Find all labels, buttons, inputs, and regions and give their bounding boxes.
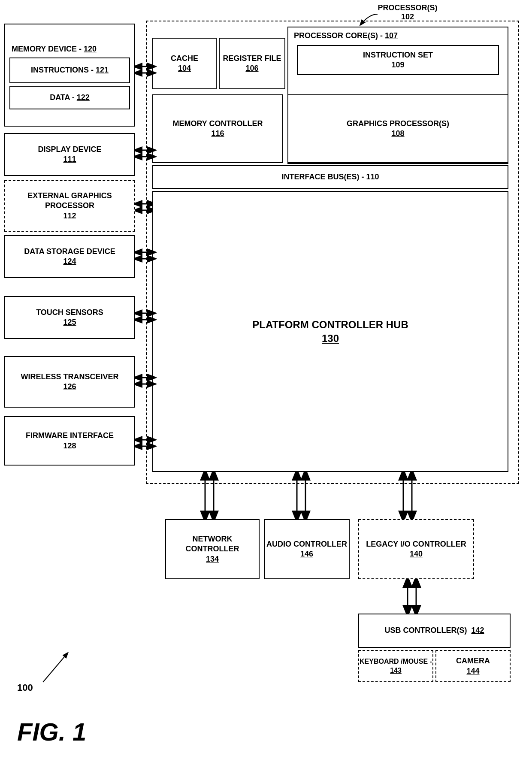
- audio-controller-box: AUDIO CONTROLLER 146: [264, 519, 350, 579]
- arrow-datastorage-pch: [135, 244, 157, 269]
- instruction-set-label: INSTRUCTION SET 109: [363, 50, 433, 70]
- fig-label: FIG. 1: [17, 717, 86, 746]
- data-box: DATA - 122: [9, 86, 130, 109]
- instruction-set-box: INSTRUCTION SET 109: [297, 45, 499, 75]
- memory-device-box: MEMORY DEVICE - 120 INSTRUCTIONS - 121 D…: [4, 24, 135, 127]
- arrow-pch-network: [196, 472, 227, 519]
- instructions-box: INSTRUCTIONS - 121: [9, 57, 130, 83]
- register-file-label: REGISTER FILE 106: [223, 54, 281, 74]
- interface-bus-box: INTERFACE BUS(ES) - 110: [152, 165, 508, 189]
- platform-controller-box: PLATFORM CONTROLLER HUB 130: [152, 191, 508, 472]
- wireless-transceiver-label: WIRELESS TRANSCEIVER 126: [21, 372, 118, 392]
- data-label: DATA - 122: [50, 93, 90, 103]
- register-file-box: REGISTER FILE 106: [219, 38, 285, 89]
- memory-device-label: MEMORY DEVICE - 120: [9, 44, 130, 54]
- instructions-label: INSTRUCTIONS - 121: [31, 65, 109, 75]
- figure-number: 100: [17, 682, 33, 693]
- audio-controller-label: AUDIO CONTROLLER 146: [266, 539, 347, 559]
- touch-sensors-box: TOUCH SENSORS 125: [4, 296, 135, 339]
- arrow-pch-audio: [288, 472, 318, 519]
- arrow-memory-mc: [135, 60, 157, 82]
- data-storage-label: DATA STORAGE DEVICE 124: [24, 247, 115, 267]
- firmware-interface-box: FIRMWARE INTERFACE 128: [4, 416, 135, 466]
- display-device-box: DISPLAY DEVICE 111: [4, 133, 135, 176]
- keyboard-mouse-label: KEYBOARD /MOUSE - 143: [359, 657, 432, 675]
- graphics-processor-box: GRAPHICS PROCESSOR(S) 108: [287, 94, 508, 163]
- keyboard-mouse-box: KEYBOARD /MOUSE - 143: [358, 650, 433, 682]
- usb-controller-box: USB CONTROLLER(S) 142: [358, 614, 511, 648]
- wireless-transceiver-box: WIRELESS TRANSCEIVER 126: [4, 356, 135, 408]
- network-controller-box: NETWORK CONTROLLER 134: [165, 519, 260, 579]
- arrow-legacy-usb: [399, 579, 429, 614]
- legacy-io-label: LEGACY I/O CONTROLLER 140: [366, 539, 466, 559]
- camera-box: CAMERA 144: [435, 650, 511, 682]
- arrow-touch-pch: [135, 305, 157, 330]
- display-device-label: DISPLAY DEVICE 111: [38, 145, 101, 165]
- graphics-processor-label: GRAPHICS PROCESSOR(S) 108: [347, 119, 449, 139]
- arrow-wireless-pch: [135, 367, 157, 397]
- legacy-io-box: LEGACY I/O CONTROLLER 140: [358, 519, 474, 579]
- external-graphics-label: EXTERNAL GRAPHICS PROCESSOR 112: [5, 191, 134, 221]
- touch-sensors-label: TOUCH SENSORS 125: [36, 308, 103, 328]
- network-controller-label: NETWORK CONTROLLER 134: [166, 534, 259, 564]
- camera-label: CAMERA 144: [456, 656, 490, 676]
- arrow-display-mc: [135, 142, 157, 167]
- processor-core-label: PROCESSOR CORE(S) - 107: [292, 31, 504, 41]
- interface-bus-label: INTERFACE BUS(ES) - 110: [281, 172, 379, 182]
- firmware-interface-label: FIRMWARE INTERFACE 128: [26, 431, 114, 451]
- platform-controller-label: PLATFORM CONTROLLER HUB 130: [252, 318, 408, 345]
- diagram: PROCESSOR(S) 102 MEMORY DEVICE - 120 INS…: [0, 0, 532, 759]
- memory-controller-box: MEMORY CONTROLLER 116: [152, 94, 283, 163]
- cache-box: CACHE 104: [152, 38, 217, 89]
- arrow-firmware-pch: [135, 431, 157, 457]
- cache-label: CACHE 104: [171, 54, 198, 74]
- arrow-pch-legacy: [395, 472, 425, 519]
- figure-number-arrow: [30, 644, 82, 695]
- memory-controller-label: MEMORY CONTROLLER 116: [173, 119, 263, 139]
- external-graphics-box: EXTERNAL GRAPHICS PROCESSOR 112: [4, 180, 135, 232]
- data-storage-box: DATA STORAGE DEVICE 124: [4, 235, 135, 278]
- usb-controller-label: USB CONTROLLER(S) 142: [384, 626, 484, 635]
- svg-line-46: [43, 654, 66, 682]
